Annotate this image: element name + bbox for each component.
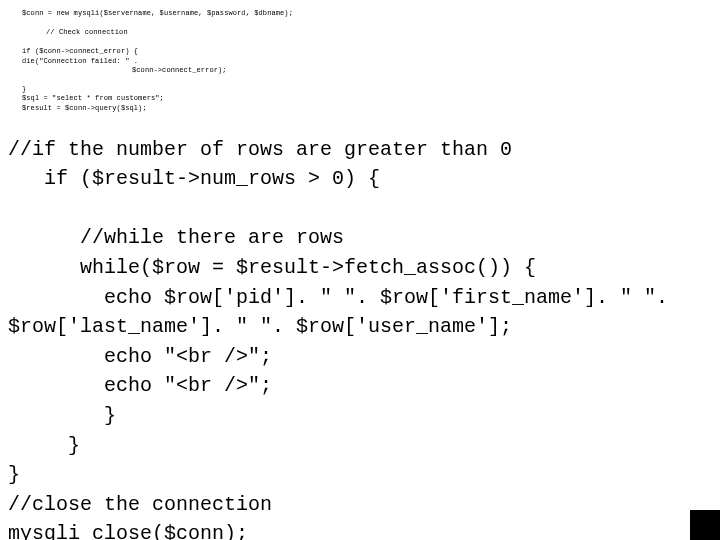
code-big-block: //if the number of rows are greater than… <box>8 105 712 540</box>
code-line: while($row = $result->fetch_assoc()) { <box>8 256 536 279</box>
code-line: //while there are rows <box>8 226 344 249</box>
code-line: // Check connection <box>22 28 702 37</box>
code-line: } <box>8 404 116 427</box>
corner-decoration <box>690 510 720 540</box>
code-line: } <box>8 434 80 457</box>
code-line: $sql = "select * from customers"; <box>22 94 164 102</box>
code-line: //close the connection <box>8 493 272 516</box>
code-line: } <box>8 463 20 486</box>
code-line: } <box>22 85 26 93</box>
code-line: echo "<br />"; <box>8 374 272 397</box>
code-line: echo "<br />"; <box>8 345 272 368</box>
code-line: if ($conn->connect_error) { <box>22 47 138 55</box>
code-line: mysqli_close($conn); <box>8 522 248 540</box>
code-line: echo $row['pid']. " ". $row['first_name'… <box>8 286 680 339</box>
code-line: die("Connection failed: " . <box>22 57 138 65</box>
code-line: $conn = new mysqli($servername, $usernam… <box>22 9 293 17</box>
code-line: if ($result->num_rows > 0) { <box>8 167 380 190</box>
code-line: $conn->connect_error); <box>22 66 702 75</box>
slide: $conn = new mysqli($servername, $usernam… <box>0 0 720 540</box>
code-line: //if the number of rows are greater than… <box>8 138 512 161</box>
